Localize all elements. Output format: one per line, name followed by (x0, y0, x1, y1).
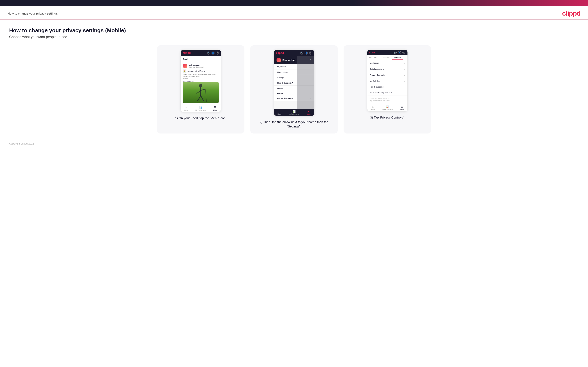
settings-serviceprivacy-label: Service & Privacy Policy ↗ (370, 92, 392, 93)
nav-menu-3[interactable]: ☰ Menu (400, 105, 404, 110)
menu-user-name: Blair McHarg (283, 59, 295, 61)
home-icon-3: ⌂ (372, 105, 373, 108)
nav-home-1[interactable]: ⌂ Home (184, 106, 188, 111)
nav-performance-3[interactable]: 📊 My Performance (382, 105, 393, 110)
menu-item-myprofile-label: My Profile (277, 66, 286, 68)
nav-menu-label-1: Menu (213, 109, 217, 111)
close-icon-2: ✕ (308, 110, 310, 113)
avatar-2 (277, 58, 281, 62)
menu-item-myprofile[interactable]: My Profile (274, 64, 314, 69)
feed-post-text: Looking to feel like my hands are exitin… (183, 73, 219, 77)
menu-item-logout[interactable]: Logout (274, 86, 314, 91)
settings-item-serviceprivacy[interactable]: Service & Privacy Policy ↗ (367, 90, 407, 95)
menu-item-settings-label: Settings (277, 76, 285, 79)
copyright: Copyright Clippd 2022 (9, 142, 34, 145)
feed-post-title: ⛳ Lesson with Fordy (183, 69, 219, 73)
settings-item-mygolfbag[interactable]: My Golf Bag › (367, 78, 407, 84)
feed-photo (183, 82, 219, 103)
menu-section-performance[interactable]: My Performance ⌄ (274, 96, 314, 101)
gear-icon-2: ⚙ (309, 51, 312, 54)
chevron-dataintegrations: › (404, 68, 405, 70)
nav-performance-1[interactable]: 📊 My Performance (196, 106, 206, 111)
svg-line-4 (198, 96, 201, 101)
menu-item-settings[interactable]: Settings (274, 75, 314, 80)
nav-home-3[interactable]: ⌂ Home (371, 105, 375, 110)
phone-mockup-2: clippd 🔍 👤 ⚙ Blair McHarg (274, 50, 314, 116)
menu-item-connections-label: Connections (277, 71, 288, 73)
chevron-mygolfbag: › (404, 80, 405, 82)
menu-user-row: Blair McHarg ⌃ (274, 56, 314, 64)
header-title: How to change your privacy settings (8, 12, 58, 15)
nav-performance-2[interactable]: 📊 My Performance (289, 110, 299, 115)
settings-myaccount-label: My Account (370, 62, 380, 64)
svg-line-5 (201, 96, 204, 101)
step-3-description: 3) Tap 'Privacy Controls'. (370, 115, 405, 120)
nav-home-label-1: Home (184, 109, 188, 111)
svg-line-6 (205, 89, 207, 102)
phone-header-2: clippd 🔍 👤 ⚙ (274, 50, 314, 56)
step-1-card: clippd 🔍 👤 ⚙ Feed Blair M (157, 45, 244, 133)
tab-settings[interactable]: Settings (392, 55, 403, 60)
search-icon-3: 🔍 (394, 51, 397, 54)
nav-home-2[interactable]: ⌂ Home (277, 110, 282, 115)
gear-icon-3: ⚙ (402, 51, 405, 54)
phone-bottom-nav-1: ⌂ Home 📊 My Performance ☰ Menu (181, 105, 221, 112)
phone-bottom-nav-2: ⌂ Home 📊 My Performance ✕ Menu (274, 109, 314, 116)
home-icon-2: ⌂ (279, 110, 280, 113)
settings-item-myaccount[interactable]: My Account › (367, 60, 407, 66)
home-icon-1: ⌂ (186, 106, 187, 109)
menu-section-performance-label: My Performance (277, 97, 293, 99)
phone-bottom-nav-3: ⌂ Home 📊 My Performance ☰ Menu (367, 104, 407, 111)
nav-menu-label-2: Menu (307, 113, 311, 115)
nav-performance-label-2: My Performance (289, 113, 299, 115)
search-icon-1: 🔍 (207, 51, 210, 54)
back-button[interactable]: < Back (369, 51, 375, 53)
performance-icon-3: 📊 (386, 105, 389, 108)
tab-myprofile[interactable]: My Profile (367, 55, 379, 60)
chevron-up-icon[interactable]: ⌃ (310, 59, 312, 62)
nav-menu-1[interactable]: ☰ Menu (213, 106, 217, 111)
client-version: Clippd Client Version: 2022.8.3-3 (370, 98, 405, 100)
back-header: < Back 🔍 👤 ⚙ (367, 50, 407, 55)
performance-icon-2: 📊 (293, 110, 296, 113)
phone-header-1: clippd 🔍 👤 ⚙ (181, 50, 221, 56)
tab-connections[interactable]: Connections (379, 55, 392, 60)
profile-tabs: My Profile Connections Settings (367, 55, 407, 60)
step-1-description: 1) On your Feed, tap the 'Menu' icon. (175, 116, 226, 120)
feed-user-name: Blair McHarg (189, 64, 205, 66)
phone-icons-2: 🔍 👤 ⚙ (301, 51, 312, 54)
settings-item-dataintegrations[interactable]: Data Integrations › (367, 66, 407, 72)
menu-item-helpsupport-label: Help & Support ↗ (277, 82, 293, 84)
nav-home-label-3: Home (371, 109, 375, 110)
feed-user-row: Blair McHarg Yesterday · Sunningdale (183, 64, 219, 68)
menu-user-left: Blair McHarg (277, 58, 295, 62)
nav-menu-2[interactable]: ✕ Menu (307, 110, 311, 115)
steps-row: clippd 🔍 👤 ⚙ Feed Blair M (9, 45, 579, 133)
golf-icon: ⛳ (183, 69, 186, 73)
user-icon-1: 👤 (212, 51, 215, 54)
settings-item-helpsupport[interactable]: Help & Support ↗ (367, 84, 407, 90)
settings-item-privacycontrols[interactable]: Privacy Controls › (367, 72, 407, 78)
menu-section-home[interactable]: Home ⌄ (274, 91, 314, 96)
chevron-privacycontrols: › (404, 74, 405, 76)
menu-item-helpsupport[interactable]: Help & Support ↗ (274, 80, 314, 86)
menu-dropdown-container: Blair McHarg ⌃ My Profile Connections (274, 56, 314, 109)
feed-post: Blair McHarg Yesterday · Sunningdale ⛳ L… (181, 62, 221, 105)
step-2-card: clippd 🔍 👤 ⚙ Blair McHarg (250, 45, 338, 133)
phone-mockup-3: < Back 🔍 👤 ⚙ My Profile Connections Sett… (367, 50, 408, 111)
chevron-myaccount: › (404, 62, 405, 64)
menu-item-connections[interactable]: Connections (274, 69, 314, 75)
phone-logo-1: clippd (183, 51, 191, 54)
menu-icon-1: ☰ (214, 106, 216, 109)
svg-point-0 (199, 84, 202, 87)
settings-list: My Account › Data Integrations › Privacy… (367, 60, 407, 95)
user-icon-3: 👤 (398, 51, 401, 54)
feed-tab-bar: Feed (181, 56, 221, 62)
nav-performance-label-3: My Performance (382, 109, 393, 110)
svg-line-3 (201, 89, 205, 91)
phone-icons-3: 🔍 👤 ⚙ (394, 51, 405, 54)
feed-tab[interactable]: Feed (183, 58, 188, 61)
phone-icons-1: 🔍 👤 ⚙ (207, 51, 219, 54)
header: How to change your privacy settings clip… (0, 6, 588, 20)
nav-home-label-2: Home (277, 113, 282, 115)
